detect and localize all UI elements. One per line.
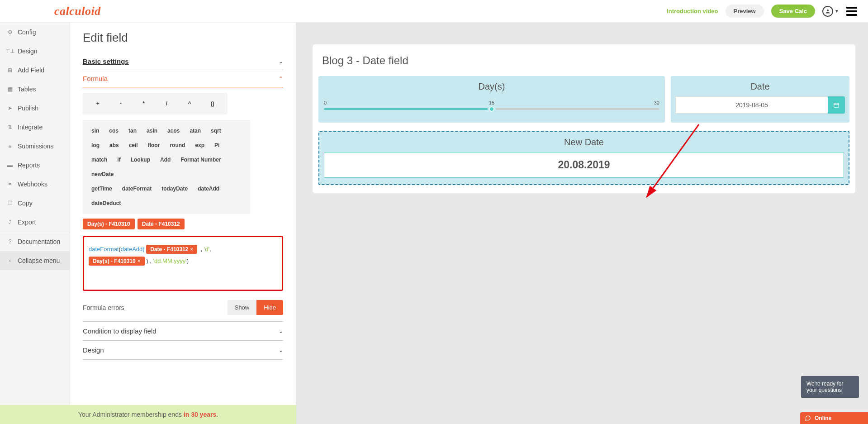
function-toolbox: sin cos tan asin acos atan sqrt log abs …: [83, 120, 250, 214]
sidebar-item-tables[interactable]: ▦Tables: [0, 80, 70, 99]
op-fn[interactable]: sqrt: [206, 124, 226, 138]
section-design[interactable]: Design ⌄: [83, 341, 283, 360]
sidebar-item-label: Design: [18, 48, 38, 55]
op-fn[interactable]: getTime: [86, 181, 117, 196]
op-fn[interactable]: abs: [104, 138, 124, 152]
op-plus[interactable]: +: [86, 96, 109, 111]
app-logo[interactable]: calculoid: [54, 5, 101, 18]
sidebar-item-webhooks[interactable]: ⚭Webhooks: [0, 175, 70, 194]
sidebar-item-publish[interactable]: ➤Publish: [0, 99, 70, 118]
gear-icon: ⚙: [7, 29, 13, 35]
avatar-icon: [822, 6, 833, 17]
date-input[interactable]: [675, 96, 828, 114]
op-fn[interactable]: Add: [155, 152, 175, 167]
section-formula[interactable]: Formula ⌃: [83, 70, 283, 87]
op-fn[interactable]: Pi: [209, 138, 224, 152]
copy-icon: ❐: [7, 200, 13, 206]
sidebar-item-add-field[interactable]: ⊞Add Field: [0, 61, 70, 80]
hide-errors-button[interactable]: Hide: [256, 300, 283, 315]
remove-chip-icon[interactable]: ×: [190, 246, 193, 252]
op-power[interactable]: ^: [178, 96, 201, 111]
op-divide[interactable]: /: [155, 96, 178, 111]
svg-point-0: [827, 10, 829, 11]
op-fn[interactable]: Lookup: [126, 152, 155, 167]
menu-icon[interactable]: [846, 7, 857, 16]
sidebar-item-config[interactable]: ⚙Config: [0, 23, 70, 42]
field-tag-date[interactable]: Date - F410312: [138, 219, 185, 229]
slider-thumb[interactable]: [488, 105, 496, 113]
op-fn[interactable]: newDate: [86, 167, 119, 181]
sidebar-item-copy[interactable]: ❐Copy: [0, 194, 70, 213]
user-menu[interactable]: ▼: [822, 6, 839, 17]
op-fn[interactable]: atan: [185, 124, 206, 138]
chat-status-label: Online: [815, 415, 831, 421]
op-fn[interactable]: dateFormat: [117, 181, 157, 196]
op-fn[interactable]: log: [86, 138, 104, 152]
op-fn[interactable]: asin: [142, 124, 162, 138]
svg-rect-1: [834, 103, 839, 107]
section-basic-settings[interactable]: Basic settings ⌄: [83, 53, 283, 70]
membership-banner: Your Administrator membership ends in 30…: [0, 405, 296, 424]
design-icon: ⊤⊥: [7, 48, 13, 54]
webhook-icon: ⚭: [7, 181, 13, 187]
sidebar-item-submissions[interactable]: ≡Submissions: [0, 137, 70, 156]
remove-chip-icon[interactable]: ×: [138, 258, 141, 264]
sidebar-item-integrate[interactable]: ⇅Integrate: [0, 118, 70, 137]
save-calc-button[interactable]: Save Calc: [771, 5, 815, 18]
sidebar-item-reports[interactable]: ▬Reports: [0, 156, 70, 175]
sidebar-item-label: Integrate: [18, 124, 43, 131]
op-multiply[interactable]: *: [132, 96, 155, 111]
op-fn[interactable]: tan: [123, 124, 142, 138]
calendar-icon: [833, 102, 840, 108]
intro-video-link[interactable]: Introduction video: [667, 8, 718, 14]
app-header: calculoid Introduction video Preview Sav…: [0, 0, 868, 23]
sidebar-item-design[interactable]: ⊤⊥Design: [0, 42, 70, 61]
formula-editor[interactable]: dateFormat(dateAdd( Date - F410312× , 'd…: [83, 236, 283, 291]
sidebar-item-label: Collapse menu: [18, 257, 60, 264]
export-icon: ⤴: [7, 219, 13, 225]
sidebar-item-documentation[interactable]: ?Documentation: [0, 232, 70, 251]
days-slider[interactable]: 0 15 30: [323, 96, 660, 110]
op-fn[interactable]: exp: [190, 138, 209, 152]
chat-widget[interactable]: Online: [800, 412, 868, 424]
op-fn[interactable]: Format Number: [175, 152, 226, 167]
field-tag-days[interactable]: Day(s) - F410310: [83, 219, 135, 229]
op-fn[interactable]: match: [86, 152, 112, 167]
formula-chip-days[interactable]: Day(s) - F410310×: [89, 257, 145, 266]
panel-title: Edit field: [83, 31, 283, 45]
sidebar-item-label: Publish: [18, 105, 38, 112]
table-icon: ▦: [7, 86, 13, 92]
formula-chip-date[interactable]: Date - F410312×: [146, 245, 197, 254]
op-fn[interactable]: sin: [86, 124, 104, 138]
op-fn[interactable]: if: [112, 152, 125, 167]
op-fn[interactable]: cos: [104, 124, 123, 138]
section-condition[interactable]: Condition to display field ⌄: [83, 321, 283, 341]
date-picker-button[interactable]: [828, 96, 845, 114]
chat-icon: [805, 415, 811, 421]
op-fn[interactable]: floor: [143, 138, 165, 152]
sidebar-item-label: Webhooks: [18, 181, 47, 188]
op-minus[interactable]: -: [109, 96, 133, 111]
op-fn[interactable]: ceil: [124, 138, 143, 152]
sidebar-item-label: Config: [18, 29, 36, 36]
days-label: Day(s): [323, 81, 660, 92]
sidebar-item-collapse[interactable]: ‹Collapse menu: [0, 251, 70, 270]
op-fn[interactable]: round: [165, 138, 190, 152]
plus-icon: ⊞: [7, 67, 13, 73]
section-label: Basic settings: [83, 57, 129, 65]
op-fn[interactable]: acos: [162, 124, 185, 138]
slider-min: 0: [324, 100, 327, 105]
preview-button[interactable]: Preview: [726, 5, 764, 18]
op-fn[interactable]: todayDate: [157, 181, 193, 196]
show-errors-button[interactable]: Show: [228, 300, 257, 315]
formula-token: dateAdd(: [121, 246, 145, 252]
op-parens[interactable]: (): [201, 96, 224, 111]
sidebar-item-export[interactable]: ⤴Export: [0, 213, 70, 232]
formula-errors-row: Formula errors Show Hide: [83, 300, 283, 315]
new-date-field[interactable]: New Date 20.08.2019: [318, 131, 849, 185]
op-fn[interactable]: dateDeduct: [86, 196, 126, 210]
op-fn[interactable]: dateAdd: [193, 181, 224, 196]
sidebar: ⚙Config ⊤⊥Design ⊞Add Field ▦Tables ➤Pub…: [0, 23, 70, 424]
date-field: Date: [671, 76, 849, 123]
chevron-down-icon: ⌄: [279, 328, 283, 334]
